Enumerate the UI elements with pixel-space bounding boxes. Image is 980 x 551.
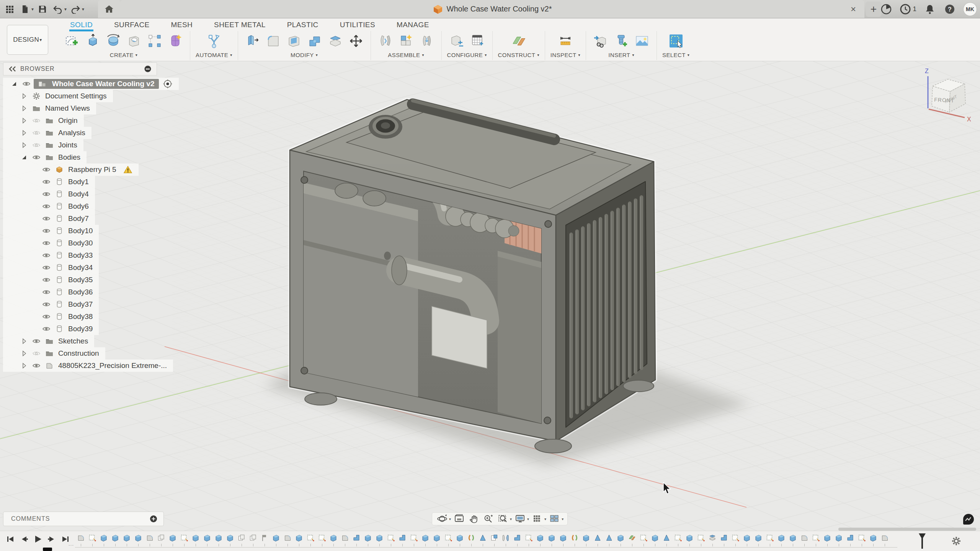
visibility-eye-icon[interactable] [42, 251, 51, 260]
timeline-feature-sketch[interactable] [695, 533, 707, 546]
expander-closed-icon[interactable] [20, 362, 28, 370]
add-comment-icon[interactable] [149, 514, 158, 523]
extensions-button[interactable] [880, 2, 893, 16]
expander-closed-icon[interactable] [20, 92, 28, 100]
configuration-table-button[interactable] [468, 32, 487, 50]
expander-closed-icon[interactable] [20, 129, 28, 137]
timeline-feature-extrude[interactable] [362, 533, 374, 546]
timeline-feature-extrude[interactable] [328, 533, 339, 546]
timeline-feature-fillet[interactable] [799, 533, 810, 546]
browser-row-named-views[interactable]: Named Views [3, 102, 96, 114]
visibility-eye-off-icon[interactable] [32, 349, 41, 358]
tab-sheet-metal[interactable]: SHEET METAL [214, 21, 266, 30]
insert-derive-button[interactable] [591, 32, 610, 50]
timeline-feature-extrude[interactable] [580, 533, 592, 546]
browser-row-body6[interactable]: Body6 [3, 200, 95, 213]
timeline-feature-extrude[interactable] [615, 533, 626, 546]
timeline-feature-flag[interactable] [259, 533, 270, 546]
display-settings-button[interactable] [513, 513, 527, 524]
close-tab-icon[interactable]: × [848, 4, 859, 15]
chevron-down-icon[interactable]: ▾ [562, 517, 564, 521]
timeline-feature-extrude[interactable] [213, 533, 224, 546]
document-tab[interactable]: Whole Case Water Cooling v2* × [120, 0, 864, 18]
chevron-down-icon[interactable]: ▾ [510, 517, 512, 521]
browser-row-body30[interactable]: Body30 [3, 237, 99, 249]
visibility-eye-icon[interactable] [42, 202, 51, 211]
collapse-panel-icon[interactable] [8, 65, 16, 73]
orbit-button[interactable] [435, 513, 449, 524]
viewports-button[interactable] [548, 513, 562, 524]
split-body-button[interactable] [326, 32, 345, 50]
browser-row-origin[interactable]: Origin [3, 114, 84, 127]
timeline-feature-extrude[interactable] [787, 533, 799, 546]
group-label-assemble[interactable]: ASSEMBLE▾ [388, 52, 424, 58]
expander-open-icon[interactable] [20, 154, 28, 161]
tab-mesh[interactable]: MESH [171, 21, 193, 30]
timeline-feature-loft[interactable] [603, 533, 615, 546]
undo-button[interactable] [51, 2, 64, 16]
visibility-eye-icon[interactable] [42, 288, 51, 296]
visibility-eye-icon[interactable] [42, 300, 51, 309]
timeline-feature-sketch[interactable] [443, 533, 454, 546]
expander-closed-icon[interactable] [20, 105, 28, 112]
timeline-feature-mirror[interactable] [500, 533, 511, 546]
timeline-feature-fillet[interactable] [144, 533, 155, 546]
visibility-eye-icon[interactable] [42, 239, 51, 247]
timeline-feature-fillet[interactable] [879, 533, 890, 546]
browser-row-48805k223-precision-extreme[interactable]: 48805K223_Precision Extreme-... [3, 360, 173, 372]
browser-row-body33[interactable]: Body33 [3, 249, 99, 262]
timeline-feature-extrude[interactable] [167, 533, 178, 546]
timeline-feature-paste[interactable] [488, 533, 500, 546]
timeline-feature-extrude[interactable] [224, 533, 236, 546]
browser-row-bodies[interactable]: Bodies [3, 151, 87, 164]
grid-settings-button[interactable] [531, 513, 544, 524]
timeline-feature-combine[interactable] [351, 533, 362, 546]
select-button[interactable] [667, 32, 685, 50]
visibility-eye-icon[interactable] [42, 178, 51, 186]
timeline-feature-extrude[interactable] [684, 533, 695, 546]
timeline-feature-extrude[interactable] [753, 533, 764, 546]
press-pull-button[interactable] [243, 32, 262, 50]
browser-row-body1[interactable]: Body1 [3, 176, 95, 188]
fit-button[interactable] [496, 513, 510, 524]
browser-row-joints[interactable]: Joints [3, 139, 83, 151]
chevron-down-icon[interactable]: ▾ [544, 517, 546, 521]
browser-row-raspberry-pi-5[interactable]: Raspberry Pi 5 [3, 164, 139, 176]
visibility-eye-icon[interactable] [32, 153, 41, 162]
timeline-feature-extrude[interactable] [649, 533, 661, 546]
browser-row-body10[interactable]: Body10 [3, 225, 99, 237]
group-label-configure[interactable]: CONFIGURE▾ [447, 52, 487, 58]
timeline-feature-extrude[interactable] [822, 533, 833, 546]
timeline-feature-sketch[interactable] [672, 533, 684, 546]
timeline-feature-fillet[interactable] [75, 533, 87, 546]
timeline-feature-plane[interactable] [626, 533, 638, 546]
new-tab-button[interactable]: + [866, 2, 881, 17]
timeline-feature-combine[interactable] [511, 533, 523, 546]
expander-closed-icon[interactable] [20, 350, 28, 357]
timeline-feature-extrude[interactable] [420, 533, 431, 546]
group-label-insert[interactable]: INSERT▾ [608, 52, 634, 58]
chevron-down-icon[interactable]: ▾ [449, 517, 451, 521]
look-at-button[interactable] [452, 513, 466, 524]
app-grid-button[interactable] [3, 2, 16, 16]
timeline-feature-extrude[interactable] [867, 533, 879, 546]
help-button[interactable]: ? [943, 2, 956, 16]
browser-row-body37[interactable]: Body37 [3, 298, 99, 311]
visibility-eye-icon[interactable] [32, 337, 41, 345]
tab-solid[interactable]: SOLID [70, 21, 93, 30]
timeline-feature-loft[interactable] [477, 533, 488, 546]
hole-button[interactable] [125, 32, 143, 50]
browser-row-body7[interactable]: Body7 [3, 213, 95, 225]
combine-button[interactable] [305, 32, 324, 50]
timeline-feature-extrude[interactable] [833, 533, 844, 546]
timeline-feature-copy[interactable] [236, 533, 247, 546]
timeline-feature-extrude[interactable] [546, 533, 557, 546]
visibility-eye-icon[interactable] [42, 165, 51, 174]
rect-pattern-button[interactable] [145, 32, 164, 50]
timeline-feature-extrude[interactable] [776, 533, 787, 546]
tab-utilities[interactable]: UTILITIES [340, 21, 375, 30]
timeline-feature-loft[interactable] [592, 533, 603, 546]
browser-row-body38[interactable]: Body38 [3, 311, 99, 323]
visibility-eye-icon[interactable] [42, 276, 51, 284]
browser-row-sketches[interactable]: Sketches [3, 335, 94, 347]
